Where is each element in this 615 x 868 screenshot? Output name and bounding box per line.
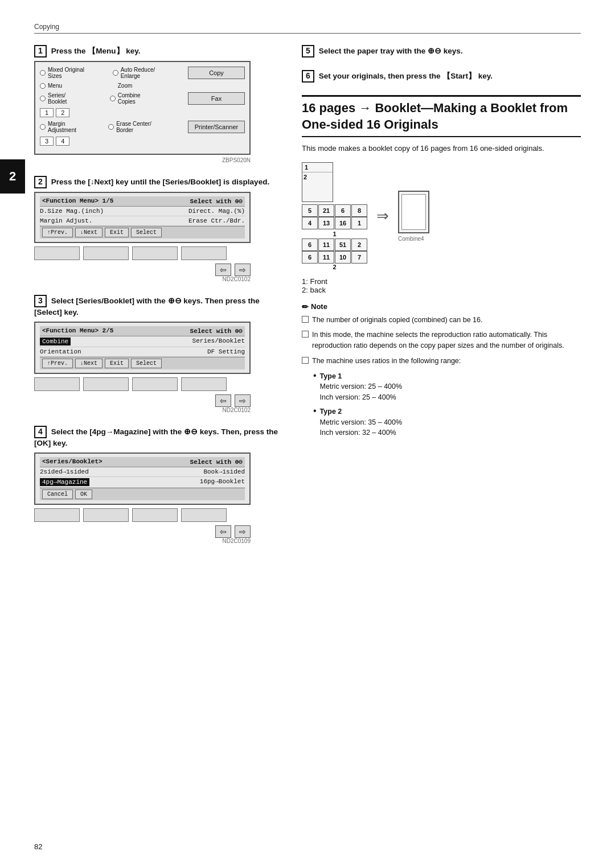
booklet-top-pages: 1 2 <box>302 162 367 202</box>
bp-4: 4 <box>302 217 318 229</box>
step-3-series-booklet: Series/Booklet <box>192 338 245 345</box>
bp-1: 1 <box>351 217 367 229</box>
step-2-lcd: <Function Menu> 1/5 Select with ⊕⊖ D.Siz… <box>34 192 251 243</box>
step-1-block: 1 Press the 【Menu】 key. Mixed OriginalSi… <box>34 45 285 163</box>
dummy-btn-2 <box>83 246 129 260</box>
bp-16: 16 <box>335 217 351 229</box>
dummy-btn-4-2 <box>83 508 129 522</box>
bp-21: 21 <box>318 204 334 217</box>
step-2-dummy-buttons <box>34 246 285 260</box>
step-3-badge: 3 <box>34 295 47 307</box>
note-text-2: In this mode, the machine selects the re… <box>312 330 581 351</box>
step-4-badge: 4 <box>34 426 47 438</box>
checkbox-2 <box>302 331 309 338</box>
auto-reduce-label: Auto Reduce/Enlarge <box>121 67 155 79</box>
page-1-2: 1 2 <box>302 162 333 202</box>
dummy-btn-4 <box>181 246 227 260</box>
booklet-final-container: Combine4 <box>398 191 429 242</box>
copy-button[interactable]: Copy <box>188 67 245 79</box>
bp-11b: 11 <box>318 251 334 264</box>
bullet-1: • <box>313 371 317 403</box>
next-button-3[interactable]: ↓Next <box>75 359 102 368</box>
bp-6b: 6 <box>302 238 318 251</box>
step-4-row-1: 2sided→1sided Book→1sided <box>40 467 245 477</box>
page-num-1: 1 <box>302 163 333 172</box>
next-button-2[interactable]: ↓Next <box>75 228 102 237</box>
note-title: ✏ Note <box>302 302 581 311</box>
series-booklet-label: Series/Booklet <box>48 92 67 105</box>
right-arrow-3[interactable]: ⇨ <box>235 394 251 407</box>
step-5-title: 5 Select the paper tray with the ⊕⊖ keys… <box>302 45 581 57</box>
checkbox-1 <box>302 316 309 323</box>
type-2-label: Type 2 <box>320 408 342 416</box>
step-6-title: 6 Set your originals, then press the 【St… <box>302 70 581 83</box>
pencil-icon: ✏ <box>302 302 309 311</box>
step-2-row-1-right: Direct. Mag.(%) <box>188 208 245 215</box>
panel-row-1: Mixed OriginalSizes Auto Reduce/Enlarge … <box>40 67 245 79</box>
step-2-badge: 2 <box>34 176 47 188</box>
side-tab: 2 <box>0 159 25 194</box>
dummy-btn-1 <box>34 246 80 260</box>
dummy-btn-3 <box>132 246 178 260</box>
step-4-2sided-1sided: 2sided→1sided <box>40 468 89 475</box>
right-arrow-4[interactable]: ⇨ <box>235 525 251 538</box>
step-3-block: 3 Select [Series/Booklet] with the ⊕⊖ ke… <box>34 295 285 413</box>
select-button-3[interactable]: Select <box>131 359 162 368</box>
step-2-row-2-right: Erase Ctr./Bdr. <box>188 217 245 224</box>
bullet-2: • <box>313 406 317 438</box>
combine-copies-label: CombineCopies <box>118 92 141 105</box>
step-2-select-with: Select with ⊕⊖ <box>190 198 243 205</box>
left-arrow-4[interactable]: ⇦ <box>215 525 231 538</box>
step-4-4pg-magazine: 4pg→Magazine <box>40 478 89 486</box>
dummy-btn-4-4 <box>181 508 227 522</box>
prev-button-3[interactable]: ↑Prev. <box>42 359 73 368</box>
fax-button[interactable]: Fax <box>188 92 245 105</box>
num-box-2: 2 <box>56 108 69 117</box>
step-4-title: 4 Select the [4pg→Magazine] with the ⊕⊖ … <box>34 426 285 449</box>
type-1-content: Type 1 Metric version: 25 – 400% Inch ve… <box>320 371 403 403</box>
side-tab-number: 2 <box>9 169 16 184</box>
dummy-btn-3-4 <box>181 377 227 391</box>
note-label: Note <box>311 302 327 311</box>
zoom-item: Zoom <box>118 83 133 89</box>
prev-button-2[interactable]: ↑Prev. <box>42 228 73 237</box>
right-buttons-1: Copy <box>188 67 245 79</box>
panel-row-nums-2: 3 4 <box>40 137 245 146</box>
exit-button-2[interactable]: Exit <box>105 228 129 237</box>
step-2-title: 2 Press the [↓Next] key until the [Serie… <box>34 176 285 188</box>
bp-11: 11 <box>318 238 334 251</box>
left-column: 1 Press the 【Menu】 key. Mixed OriginalSi… <box>34 45 285 557</box>
type-1-label: Type 1 <box>320 372 342 380</box>
note-section: ✏ Note The number of originals copied (c… <box>302 302 581 439</box>
step-4-16pg-booklet: 16pg→Booklet <box>200 478 245 486</box>
erase-radio <box>108 124 114 130</box>
step-4-lcd: <Series/Booklet> Select with ⊕⊖ 2sided→1… <box>34 452 251 505</box>
step-4-block: 4 Select the [4pg→Magazine] with the ⊕⊖ … <box>34 426 285 544</box>
step-4-series-booklet: <Series/Booklet> <box>42 458 102 466</box>
margin-radio <box>40 124 46 130</box>
auto-reduce-item: Auto Reduce/Enlarge <box>113 67 155 79</box>
right-buttons-3: Printer/Scanner <box>188 121 245 133</box>
exit-button-3[interactable]: Exit <box>105 359 129 368</box>
bp-2: 2 <box>351 238 367 251</box>
step-1-caption: ZBPS020N <box>34 157 251 163</box>
cancel-button-4[interactable]: Cancel <box>42 489 73 499</box>
step-1-label: Press the 【Menu】 key. <box>51 47 141 55</box>
step-3-lcd-header: <Function Menu> 2/5 Select with ⊕⊖ <box>40 326 245 336</box>
select-button-2[interactable]: Select <box>131 228 162 237</box>
left-arrow-2[interactable]: ⇦ <box>215 264 231 276</box>
section-title: 16 pages → Booklet—Making a Booklet from… <box>302 95 581 137</box>
page-row-4: 6 11 10 7 <box>302 251 367 264</box>
right-arrow-2[interactable]: ⇨ <box>235 264 251 276</box>
page-grid: 5 21 6 8 4 13 16 1 1 6 <box>302 204 367 270</box>
note-text-3: The machine uses ratios in the following… <box>312 356 461 367</box>
page-number: 82 <box>34 842 42 851</box>
page: 2 Copying 1 Press the 【Menu】 key. Mixed … <box>0 0 615 868</box>
ok-button-4[interactable]: OK <box>75 489 92 499</box>
printer-scanner-button[interactable]: Printer/Scanner <box>188 121 245 133</box>
dummy-btn-3-1 <box>34 377 80 391</box>
left-arrow-3[interactable]: ⇦ <box>215 394 231 407</box>
margin-label: MarginAdjustment <box>48 121 76 133</box>
series-booklet-item: Series/Booklet <box>40 92 67 105</box>
bp-7: 7 <box>351 251 367 264</box>
